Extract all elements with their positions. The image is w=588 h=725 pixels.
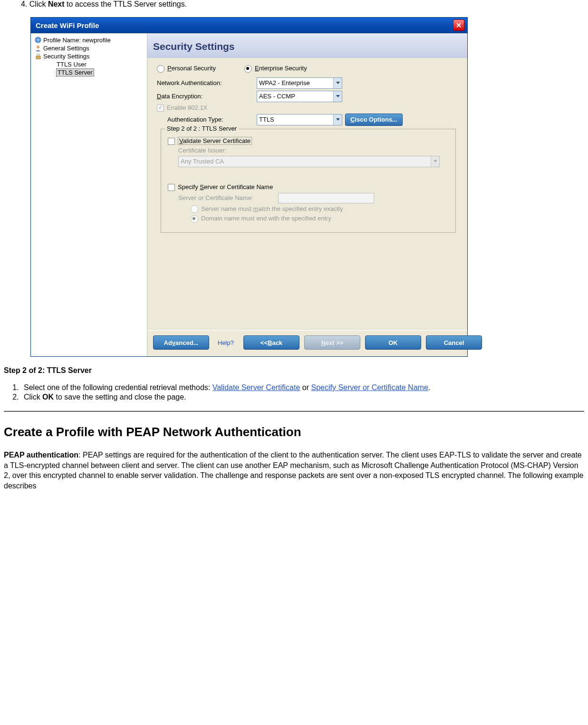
step-1: Select one of the following credential r…: [21, 383, 584, 392]
step-title: Step 2 of 2: TTLS Server: [4, 366, 584, 375]
groupbox-legend: Step 2 of 2 : TTLS Server: [165, 125, 239, 132]
user-icon: [35, 45, 42, 52]
section-header: Security Settings: [147, 33, 467, 58]
window-titlebar: Create WiFi Profile: [31, 18, 467, 33]
match-exact-radio: Server name must match the specified ent…: [191, 205, 343, 213]
instruction-4: 4. Click Next to access the TTLS Server …: [21, 0, 584, 9]
data-encryption-select[interactable]: AES - CCMP: [257, 91, 342, 102]
dropdown-arrow-icon: [333, 91, 342, 102]
window-footer: Advanced... Help? << Back Next >> OK Can…: [147, 330, 467, 356]
step-list: Select one of the following credential r…: [21, 383, 584, 401]
enable-8021x-checkbox: Enable 802.1X: [157, 104, 207, 112]
match-domain-radio: Domain name must end with the specified …: [191, 215, 331, 223]
tree-general-settings[interactable]: General Settings: [34, 44, 147, 52]
separator: [4, 411, 584, 411]
back-button[interactable]: << Back: [243, 335, 299, 350]
step-2: Click OK to save the setting and close t…: [21, 393, 584, 401]
next-button: Next >>: [304, 335, 360, 350]
specify-server-checkbox[interactable]: Specify Server or Certificate Name: [168, 183, 273, 191]
enterprise-security-radio[interactable]: Enterprise Security: [244, 65, 307, 73]
tree-ttls-user[interactable]: TTLS User: [34, 60, 147, 68]
network-auth-select[interactable]: WPA2 - Enterprise: [257, 77, 342, 89]
cisco-options-button[interactable]: Cisco Options...: [345, 114, 403, 126]
cert-issuer-select: Any Trusted CA: [178, 156, 440, 167]
server-name-input: [278, 193, 374, 203]
window-title: Create WiFi Profile: [34, 21, 453, 29]
dropdown-arrow-icon: [333, 78, 342, 88]
help-link[interactable]: Help?: [218, 339, 234, 346]
cert-issuer-label: Certificate Issuer:: [178, 147, 226, 154]
ok-button[interactable]: OK: [365, 335, 421, 350]
auth-type-select[interactable]: TTLS: [257, 114, 342, 125]
tree-security-settings[interactable]: Security Settings: [34, 52, 147, 60]
dropdown-arrow-icon: [333, 114, 342, 125]
globe-icon: [35, 37, 42, 44]
auth-type-label: Authentication Type:: [167, 116, 257, 123]
tree-profile-name[interactable]: Profile Name: newprofile: [34, 36, 147, 44]
create-wifi-profile-window: Create WiFi Profile Profile Name: newpro…: [30, 17, 468, 357]
tree-ttls-server[interactable]: TTLS Server: [34, 68, 147, 76]
dropdown-arrow-icon: [431, 156, 439, 167]
lock-icon: [35, 53, 42, 60]
close-button[interactable]: [453, 19, 464, 31]
cancel-button[interactable]: Cancel: [426, 335, 482, 350]
validate-cert-link[interactable]: Validate Server Certificate: [212, 383, 300, 391]
validate-server-cert-checkbox[interactable]: Validate Server Certificate: [168, 137, 252, 145]
profile-tree: Profile Name: newprofile General Setting…: [31, 33, 147, 356]
advanced-button[interactable]: Advanced...: [153, 335, 209, 350]
specify-server-link[interactable]: Specify Server or Certificate Name: [311, 383, 428, 391]
peap-heading: Create a Profile with PEAP Network Authe…: [4, 425, 584, 439]
main-panel: Security Settings Personal Security Ente…: [147, 33, 467, 356]
svg-rect-2: [36, 56, 40, 59]
peap-paragraph: PEAP authentication: PEAP settings are r…: [4, 450, 584, 491]
ttls-server-group: Step 2 of 2 : TTLS Server Validate Serve…: [161, 129, 456, 233]
svg-point-1: [37, 46, 39, 48]
close-icon: [456, 23, 461, 28]
server-name-label: Server or Certificate Name:: [178, 194, 278, 201]
personal-security-radio[interactable]: Personal Security: [157, 65, 216, 73]
data-encryption-label: Data Encryption:: [157, 93, 257, 100]
network-auth-label: Network Authentication:: [157, 79, 257, 86]
